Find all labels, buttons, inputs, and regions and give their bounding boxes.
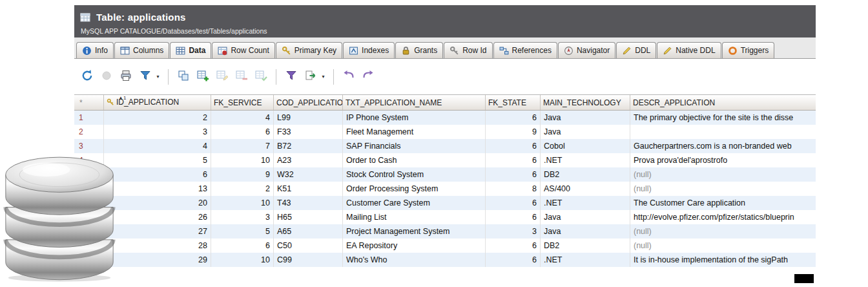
cell-cod_application[interactable]: W32 [274,167,343,182]
cell-descr_application[interactable]: It is in-house implementation of the sig… [630,253,816,267]
dropdown-caret-icon[interactable]: ▾ [155,74,161,80]
cell-main_technology[interactable]: AS/400 [541,182,630,196]
cell-cod_application[interactable]: K51 [274,182,343,196]
cell-fk_service[interactable]: 7 [211,139,274,153]
cell-id_application[interactable]: 29 [104,253,211,267]
cell-id_application[interactable]: 2 [104,111,211,125]
cell-fk_state[interactable]: 9 [486,125,541,139]
cell-fk_service[interactable]: 10 [211,153,274,167]
cell-txt_application_name[interactable]: Customer Care System [343,196,486,210]
tab-native-ddl[interactable]: Native DDL [657,42,721,58]
cell-descr_application[interactable]: (null) [630,182,816,196]
table-row[interactable]: 8263H65Mailing List6Javahttp://evolve.pf… [74,210,816,224]
cell-descr_application[interactable]: (null) [630,239,816,253]
row-number[interactable]: 3 [74,139,104,153]
cell-main_technology[interactable]: .NET [541,153,630,167]
cell-txt_application_name[interactable]: Order Processing System [343,182,486,196]
tab-primary-key[interactable]: Primary Key [276,42,342,58]
cell-id_application[interactable]: 28 [104,239,211,253]
cell-cod_application[interactable]: H65 [274,210,343,224]
table-row[interactable]: 569W32Stock Control System6DB2(null) [74,167,816,182]
cell-descr_application[interactable]: The Customer Care application [630,196,816,210]
cell-fk_service[interactable]: 10 [211,253,274,267]
cell-cod_application[interactable]: B72 [274,139,343,153]
cell-main_technology[interactable]: DB2 [541,239,630,253]
cell-main_technology[interactable]: .NET [541,253,630,267]
table-row[interactable]: 4510A23Order to Cash6.NETProva prova'del… [74,153,816,167]
cell-id_application[interactable]: 3 [104,125,211,139]
insert-row-button[interactable] [195,69,211,85]
column-header-cod_application[interactable]: COD_APPLICATION [274,95,343,111]
column-header-fk_state[interactable]: FK_STATE [486,95,541,111]
where-filter-button[interactable] [284,69,299,85]
column-header-id_application[interactable]: ▲1ID_APPLICATION [104,95,211,111]
cell-fk_state[interactable]: 6 [486,253,541,267]
table-row[interactable]: 10286C50EA Repository6DB2(null) [74,239,816,253]
cell-fk_service[interactable]: 2 [211,182,274,196]
cell-descr_application[interactable]: (null) [630,224,816,239]
tab-row-id[interactable]: Row Id [444,42,492,58]
tab-indexes[interactable]: Indexes [343,42,395,58]
table-row[interactable]: 9275A65Project Management System3Java(nu… [74,224,816,239]
cell-fk_state[interactable]: 6 [486,210,541,224]
cell-id_application[interactable]: 5 [104,153,211,167]
cell-txt_application_name[interactable]: EA Repository [343,239,486,253]
cell-id_application[interactable]: 13 [104,182,211,196]
table-row[interactable]: 112910C99Who's Who6.NETIt is in-house im… [74,253,816,267]
cell-id_application[interactable]: 6 [104,167,211,182]
cell-fk_service[interactable]: 10 [211,196,274,210]
refresh-button[interactable] [79,69,95,85]
cell-descr_application[interactable] [630,125,816,139]
cell-descr_application[interactable]: (null) [630,167,816,182]
tab-triggers[interactable]: Triggers [722,42,775,58]
table-row[interactable]: 236F33Fleet Management9Java [74,125,816,139]
tab-row-count[interactable]: Row Count [212,42,274,58]
cell-fk_state[interactable]: 6 [486,153,541,167]
tab-grants[interactable]: Grants [395,42,443,58]
cell-id_application[interactable]: 27 [104,224,211,239]
cell-descr_application[interactable]: http://evolve.pfizer.com/pfizer/statics/… [630,210,816,224]
column-header-txt_application_name[interactable]: TXT_APPLICATION_NAME [343,95,486,111]
cell-cod_application[interactable]: A23 [274,153,343,167]
cell-fk_state[interactable]: 6 [486,139,541,153]
tab-navigator[interactable]: Navigator [558,42,615,58]
cell-txt_application_name[interactable]: IP Phone System [343,111,486,125]
tab-info[interactable]: Info [76,42,114,58]
copy-grid-button[interactable] [176,69,191,85]
cell-fk_service[interactable]: 6 [211,239,274,253]
cell-id_application[interactable]: 26 [104,210,211,224]
cell-id_application[interactable]: 20 [104,196,211,210]
delete-row-button[interactable] [234,69,249,85]
row-number-header[interactable]: * [74,95,104,111]
cell-fk_state[interactable]: 6 [486,167,541,182]
table-row[interactable]: 347B72SAP Financials6CobolGaucherpartner… [74,139,816,153]
cell-cod_application[interactable]: C50 [274,239,343,253]
cell-descr_application[interactable]: Prova prova'del'aprostrofo [630,153,816,167]
redo-button[interactable] [360,69,376,85]
column-header-fk_service[interactable]: FK_SERVICE [211,95,274,111]
cell-fk_state[interactable]: 6 [486,196,541,210]
cell-cod_application[interactable]: C99 [274,253,343,267]
cell-main_technology[interactable]: DB2 [541,167,630,182]
cell-txt_application_name[interactable]: Fleet Management [343,125,486,139]
cell-txt_application_name[interactable]: Mailing List [343,210,486,224]
tab-references[interactable]: References [493,42,557,58]
cell-fk_service[interactable]: 6 [211,125,274,139]
tab-data[interactable]: Data [170,42,211,58]
filter-button[interactable] [138,69,153,85]
export-grid-button[interactable] [303,69,318,85]
cell-fk_state[interactable]: 3 [486,224,541,239]
update-row-button[interactable] [214,69,230,85]
cell-fk_service[interactable]: 9 [211,167,274,182]
table-row[interactable]: 6132K51Order Processing System8AS/400(nu… [74,182,816,196]
column-header-main_technology[interactable]: MAIN_TECHNOLOGY [541,95,630,111]
cell-descr_application[interactable]: Gaucherpartners.com is a non-branded web [630,139,816,153]
column-header-descr_application[interactable]: DESCR_APPLICATION [630,95,816,111]
cell-txt_application_name[interactable]: SAP Financials [343,139,486,153]
cell-main_technology[interactable]: Java [541,111,630,125]
cell-fk_service[interactable]: 3 [211,210,274,224]
row-number[interactable]: 1 [74,111,104,125]
cell-fk_state[interactable]: 8 [486,182,541,196]
cell-fk_service[interactable]: 5 [211,224,274,239]
cell-fk_state[interactable]: 6 [486,111,541,125]
